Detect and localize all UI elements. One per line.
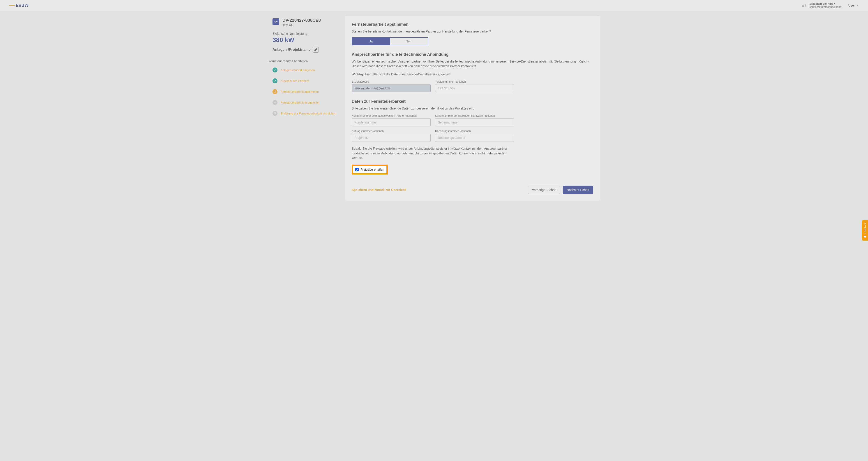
save-and-back-link[interactable]: Speichern und zurück zur Übersicht (352, 188, 406, 192)
power-value: 380 kW (273, 36, 338, 44)
help-title: Brauchen Sie Hilfe? (809, 2, 841, 5)
step-number: 5 (273, 111, 277, 116)
step-label: Fernsteuerbarkeit fertigstellen (281, 101, 319, 104)
user-label: User (848, 4, 855, 7)
contact-toggle: Ja Nein (352, 37, 428, 46)
headset-icon (802, 3, 807, 8)
customer-no-field[interactable] (352, 118, 431, 126)
wizard-steps: Anlagenstandort eingeben Auswahl des Par… (273, 67, 338, 116)
check-icon (273, 67, 277, 73)
wizard-title: Fernsteuerbarkeit herstellen (269, 59, 338, 63)
section1-desc: Stehen Sie bereits in Kontakt mit dem au… (352, 29, 593, 34)
pencil-icon (314, 48, 317, 51)
chevron-down-icon (856, 4, 859, 7)
step-4[interactable]: 4 Fernsteuerbarkeit fertigstellen (273, 100, 338, 105)
phone-label: Telefonnummer (optional) (435, 80, 514, 83)
logo-text: EnBW (16, 3, 29, 8)
step-label: Anlagenstandort eingeben (281, 68, 315, 72)
sun-icon (273, 18, 279, 25)
toggle-no[interactable]: Nein (390, 38, 428, 45)
approval-highlight: Freigabe erteilen (352, 165, 388, 174)
sidebar: DV-220427-836CE8 Test AG Elektrische Nen… (268, 16, 338, 201)
topbar: EnBW Brauchen Sie Hilfe? service@interco… (0, 0, 868, 11)
toggle-yes[interactable]: Ja (352, 38, 390, 45)
customer-no-label: Kundennummer beim ausgewählten Partner (… (352, 114, 431, 117)
serial-no-label: Seriennummer der regelnden Hardware (opt… (435, 114, 514, 117)
email-field[interactable] (352, 84, 431, 92)
logo-dash-icon (9, 5, 15, 6)
approval-label: Freigabe erteilen (361, 168, 384, 171)
check-icon (273, 78, 277, 83)
section1-title: Fernsteuerbarkeit abstimmen (352, 22, 593, 27)
svg-rect-1 (864, 236, 866, 237)
step-5[interactable]: 5 Erklärung zur Fernsteuerbarkeit einrei… (273, 111, 338, 116)
project-company: Test AG (282, 23, 321, 27)
order-no-label: Auftragsnummer (optional) (352, 129, 431, 133)
power-label: Elektrische Nennleistung (273, 32, 338, 35)
step-1[interactable]: Anlagenstandort eingeben (273, 67, 338, 73)
section2-title: Ansprechpartner für die leittechnische A… (352, 52, 593, 57)
project-name: Anlagen-/Projektname (273, 48, 311, 52)
help-info: Brauchen Sie Hilfe? service@interconnect… (802, 2, 841, 8)
order-no-field[interactable] (352, 134, 431, 142)
svg-point-0 (275, 21, 277, 22)
section2-desc: Wir benötigen einen technischen Ansprech… (352, 59, 593, 68)
feedback-tab[interactable]: Feedback (862, 220, 868, 241)
step-number: 4 (273, 100, 277, 105)
previous-step-button[interactable]: Vorheriger Schritt (528, 186, 560, 194)
chat-icon (864, 235, 867, 238)
invoice-no-label: Rechnungsnummer (optional) (435, 129, 514, 133)
next-step-button[interactable]: Nächster Schritt (563, 186, 593, 194)
edit-name-button[interactable] (313, 47, 319, 53)
invoice-no-field[interactable] (435, 134, 514, 142)
step-label: Auswahl des Partners (281, 79, 309, 83)
section3-desc: Bitte geben Sie hier weiterführende Date… (352, 106, 593, 111)
phone-field[interactable] (435, 84, 514, 92)
help-email: service@interconnector.de (809, 5, 841, 8)
feedback-label: Feedback (864, 223, 866, 233)
section2-note: Wichtig: Hier bitte nicht die Daten des … (352, 72, 593, 77)
step-number: 3 (273, 89, 277, 94)
step-label: Fernsteuerbarkeit abstimmen (281, 90, 319, 93)
approval-desc: Sobald Sie die Freigabe erteilen, wird u… (352, 146, 509, 160)
section3-title: Daten zur Fernsteuerbarkeit (352, 99, 593, 104)
step-3[interactable]: 3 Fernsteuerbarkeit abstimmen (273, 89, 338, 94)
logo[interactable]: EnBW (9, 3, 29, 8)
step-label: Erklärung zur Fernsteuerbarkeit einreich… (281, 112, 336, 115)
email-label: E-Mailadresse (352, 80, 431, 83)
project-id: DV-220427-836CE8 (282, 18, 321, 23)
main-panel: Fernsteuerbarkeit abstimmen Stehen Sie b… (345, 16, 600, 201)
step-2[interactable]: Auswahl des Partners (273, 78, 338, 83)
approval-checkbox[interactable] (355, 168, 359, 171)
user-menu[interactable]: User (848, 4, 859, 7)
serial-no-field[interactable] (435, 118, 514, 126)
